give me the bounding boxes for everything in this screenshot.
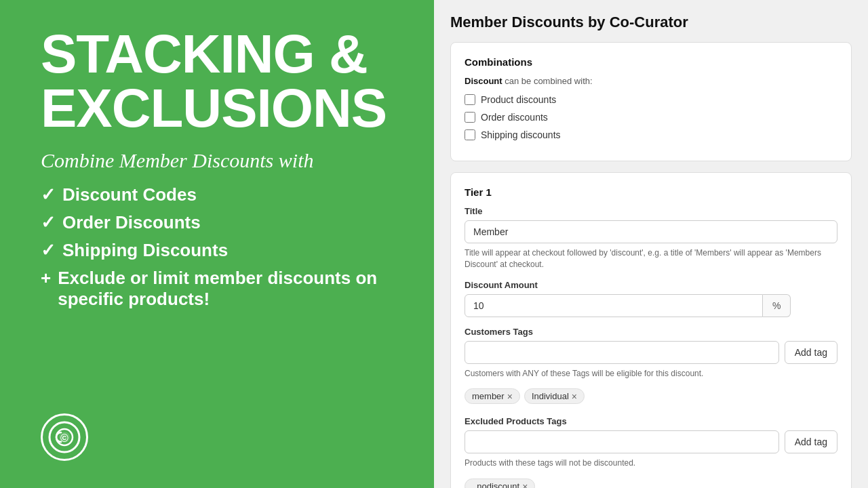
shipping-discounts-label: Shipping discounts [481,129,561,140]
discount-amount-row: % [465,294,837,317]
customer-tag-individual: Individual × [524,388,585,404]
checkbox-row-product: Product discounts [465,94,837,105]
shipping-discounts-checkbox[interactable] [465,129,475,140]
title-field-label: Title [465,206,837,216]
hero-title: STACKING & EXCLUSIONS [41,27,393,136]
checkbox-row-order: Order discounts [465,112,837,123]
excluded-tag-nodiscount: _nodiscount × [465,479,535,488]
subtitle: Combine Member Discounts with [41,149,393,172]
excluded-tags-container: _nodiscount × [465,479,837,488]
combinations-card: Combinations Discount can be combined wi… [450,42,852,161]
feature-label-2: Order Discounts [62,212,201,233]
discount-amount-input[interactable] [465,294,763,317]
hero-line1: STACKING & [41,24,368,84]
feature-item-plus: + Exclude or limit member discounts on s… [41,268,393,310]
page-title: Member Discounts by Co-Curator [450,14,852,31]
customer-tag-individual-remove[interactable]: × [572,392,577,401]
feature-label-1: Discount Codes [62,184,197,205]
plus-label: Exclude or limit member discounts on spe… [58,268,393,310]
product-discounts-checkbox[interactable] [465,94,475,105]
excluded-tag-input[interactable] [465,430,779,453]
check-icon-2: ✓ [41,212,56,233]
customer-tag-member-label: member [472,391,505,401]
logo-area: © [41,413,393,461]
discount-bold: Discount [465,76,502,86]
order-discounts-checkbox[interactable] [465,112,475,123]
add-customer-tag-button[interactable]: Add tag [785,341,837,364]
order-discounts-label: Order discounts [481,112,548,123]
title-input[interactable] [465,220,837,243]
feature-item-2: ✓ Order Discounts [41,212,393,233]
combinations-section-title: Combinations [465,56,837,68]
combinations-description: Discount can be combined with: [465,76,837,86]
customer-tag-member: member × [465,388,520,404]
customers-tag-input[interactable] [465,341,779,364]
customers-tags-hint: Customers with ANY of these Tags will be… [465,368,837,380]
checkbox-row-shipping: Shipping discounts [465,129,837,140]
customers-tags-label: Customers Tags [465,327,837,337]
right-panel: Member Discounts by Co-Curator Combinati… [434,0,868,488]
customer-tag-individual-label: Individual [532,391,569,401]
excluded-tag-nodiscount-remove[interactable]: × [522,482,528,488]
feature-item-1: ✓ Discount Codes [41,184,393,205]
add-excluded-tag-button[interactable]: Add tag [785,430,837,453]
tier-label: Tier 1 [465,186,837,198]
excluded-products-label: Excluded Products Tags [465,416,837,426]
title-hint: Title will appear at checkout followed b… [465,247,837,270]
excluded-tag-input-row: Add tag [465,430,837,453]
check-icon-1: ✓ [41,184,56,205]
plus-icon: + [41,268,51,289]
excluded-tag-nodiscount-label: _nodiscount [472,481,519,488]
check-icon-3: ✓ [41,240,56,261]
excluded-products-hint: Products with these tags will not be dis… [465,458,837,469]
co-curator-logo: © [41,413,88,461]
discount-amount-label: Discount Amount [465,280,837,290]
customers-tags-container: member × Individual × [465,388,837,404]
feature-item-3: ✓ Shipping Discounts [41,240,393,261]
tier-card: Tier 1 Title Title will appear at checko… [450,172,852,488]
discount-unit: % [763,294,791,317]
customers-tag-input-row: Add tag [465,341,837,364]
feature-list: ✓ Discount Codes ✓ Order Discounts ✓ Shi… [41,184,393,310]
product-discounts-label: Product discounts [481,94,556,105]
hero-line2: EXCLUSIONS [41,78,387,138]
customer-tag-member-remove[interactable]: × [507,392,513,401]
svg-text:©: © [60,432,68,444]
feature-label-3: Shipping Discounts [62,240,228,261]
combinations-suffix: can be combined with: [505,76,592,86]
left-panel: STACKING & EXCLUSIONS Combine Member Dis… [0,0,434,488]
